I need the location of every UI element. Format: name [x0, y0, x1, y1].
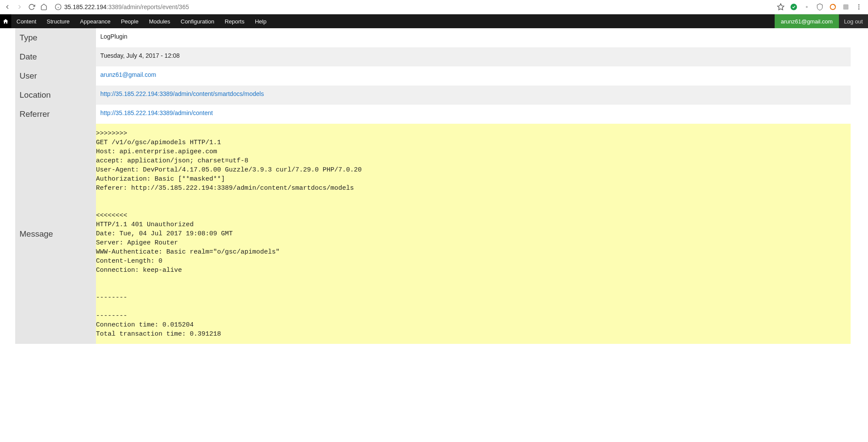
value-date: Tuesday, July 4, 2017 - 12:08: [96, 47, 851, 66]
admin-menu-configuration[interactable]: Configuration: [175, 14, 219, 28]
label-user: User: [15, 66, 96, 86]
value-user: arunz61@gmail.com: [96, 66, 851, 86]
svg-point-9: [858, 7, 860, 8]
message-block: >>>>>>>> GET /v1/o/gsc/apimodels HTTP/1.…: [96, 124, 851, 344]
row-location: Location http://35.185.222.194:3389/admi…: [15, 86, 851, 105]
extension-shield-icon[interactable]: [816, 3, 824, 11]
row-user: User arunz61@gmail.com: [15, 66, 851, 86]
svg-rect-7: [843, 4, 848, 10]
label-message: Message: [15, 124, 96, 344]
extension-green-check-icon[interactable]: [790, 3, 798, 11]
svg-point-10: [858, 8, 860, 10]
address-bar[interactable]: 35.185.222.194:3389/admin/reports/event/…: [52, 3, 772, 10]
forward-button[interactable]: [16, 3, 23, 11]
admin-menu-structure[interactable]: Structure: [42, 14, 75, 28]
row-date: Date Tuesday, July 4, 2017 - 12:08: [15, 47, 851, 66]
svg-point-8: [858, 4, 860, 6]
admin-menu-help[interactable]: Help: [250, 14, 272, 28]
svg-point-5: [806, 6, 808, 8]
label-date: Date: [15, 47, 96, 66]
home-button[interactable]: [40, 3, 48, 11]
admin-user-email[interactable]: arunz61@gmail.com: [775, 14, 838, 28]
reload-button[interactable]: [28, 3, 36, 11]
label-type: Type: [15, 28, 96, 47]
referrer-link[interactable]: http://35.185.222.194:3389/admin/content: [100, 109, 213, 116]
page-content: Type LogPlugin Date Tuesday, July 4, 201…: [0, 28, 868, 344]
admin-menu-appearance[interactable]: Appearance: [75, 14, 116, 28]
url-host: 35.185.222.194: [64, 3, 106, 10]
label-referrer: Referrer: [15, 105, 96, 124]
value-referrer: http://35.185.222.194:3389/admin/content: [96, 105, 851, 124]
value-message: >>>>>>>> GET /v1/o/gsc/apimodels HTTP/1.…: [96, 124, 851, 344]
admin-menu-content[interactable]: Content: [11, 14, 42, 28]
url-rest: :3389/admin/reports/event/365: [106, 3, 189, 10]
site-info-icon[interactable]: [55, 3, 62, 10]
extension-orange-icon[interactable]: [829, 3, 837, 11]
value-type: LogPlugin: [96, 28, 851, 47]
admin-home-icon[interactable]: [0, 14, 11, 28]
value-location: http://35.185.222.194:3389/admin/content…: [96, 86, 851, 105]
admin-menu-people[interactable]: People: [116, 14, 143, 28]
admin-menu-modules[interactable]: Modules: [144, 14, 175, 28]
extension-square-icon[interactable]: [842, 3, 850, 11]
back-button[interactable]: [3, 3, 11, 11]
browser-right-icons: [777, 3, 865, 11]
admin-toolbar: Content Structure Appearance People Modu…: [0, 14, 868, 28]
extension-gray-dot-icon[interactable]: [803, 3, 811, 11]
user-link[interactable]: arunz61@gmail.com: [100, 71, 156, 78]
svg-point-4: [791, 4, 797, 10]
admin-menu-reports[interactable]: Reports: [219, 14, 250, 28]
row-referrer: Referrer http://35.185.222.194:3389/admi…: [15, 105, 851, 124]
label-location: Location: [15, 86, 96, 105]
location-link[interactable]: http://35.185.222.194:3389/admin/content…: [100, 90, 264, 97]
admin-menu: Content Structure Appearance People Modu…: [11, 14, 272, 28]
browser-menu-icon[interactable]: [855, 3, 863, 11]
row-type: Type LogPlugin: [15, 28, 851, 47]
admin-logout[interactable]: Log out: [839, 14, 868, 28]
event-details-table: Type LogPlugin Date Tuesday, July 4, 201…: [15, 28, 851, 344]
row-message: Message >>>>>>>> GET /v1/o/gsc/apimodels…: [15, 124, 851, 344]
svg-marker-3: [778, 4, 784, 10]
browser-chrome: 35.185.222.194:3389/admin/reports/event/…: [0, 0, 868, 14]
url-text: 35.185.222.194:3389/admin/reports/event/…: [64, 3, 189, 10]
bookmark-star-icon[interactable]: [777, 3, 785, 11]
